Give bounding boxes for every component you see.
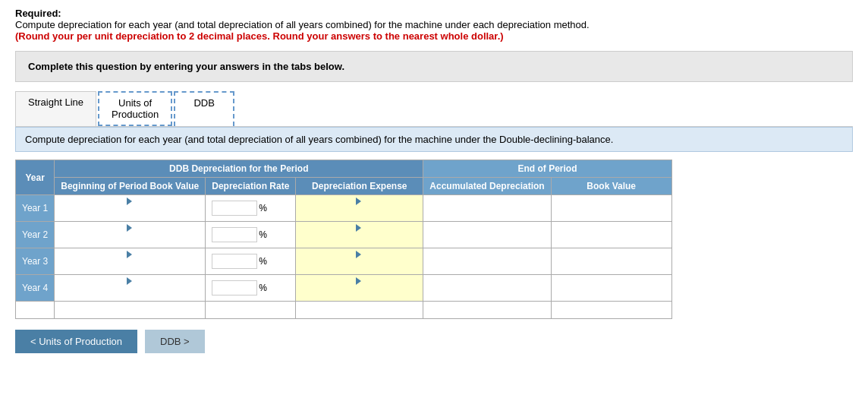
beginning-book-total <box>55 302 206 319</box>
dep-expense-input-total[interactable] <box>296 302 423 318</box>
col-header-beginning: Beginning of Period Book Value <box>55 178 206 195</box>
dep-expense-total[interactable] <box>296 302 423 319</box>
instruction-text: Complete this question by entering your … <box>28 61 344 72</box>
dep-rate-3[interactable]: % <box>206 248 296 275</box>
year-label-1: Year 1 <box>16 195 55 222</box>
beginning-book-input-1[interactable] <box>55 206 205 221</box>
tri-icon-exp-3 <box>356 251 361 258</box>
book-value-input-4[interactable] <box>552 280 671 295</box>
tab-units-of-production[interactable]: Units ofProduction <box>98 91 172 126</box>
dep-expense-1[interactable] <box>296 195 423 222</box>
dep-expense-input-4[interactable] <box>296 286 423 301</box>
book-value-input-2[interactable] <box>552 227 671 242</box>
dep-rate-input-4[interactable] <box>212 280 257 295</box>
beginning-book-input-2[interactable] <box>55 232 205 248</box>
prev-button[interactable]: < Units of Production <box>15 330 137 353</box>
dep-rate-2[interactable]: % <box>206 222 296 248</box>
tab-straight-line[interactable]: Straight Line <box>15 91 96 126</box>
tri-icon-3 <box>127 251 132 258</box>
accum-dep-2[interactable] <box>423 222 551 248</box>
description-text: Compute depreciation for each year (and … <box>25 134 613 145</box>
dep-rate-1[interactable]: % <box>206 195 296 222</box>
percent-sign-2: % <box>259 229 267 240</box>
col-header-period: DDB Depreciation for the Period <box>55 160 423 178</box>
book-value-total <box>551 302 671 319</box>
year-label-total: Total <box>16 302 55 319</box>
tab-ddb-label: DDB <box>193 97 214 109</box>
accum-dep-3[interactable] <box>423 248 551 275</box>
book-value-3[interactable] <box>551 248 671 275</box>
next-button-label: DDB > <box>160 336 190 347</box>
dep-rate-input-1[interactable] <box>212 201 257 216</box>
ddb-table: Year DDB Depreciation for the Period End… <box>15 160 672 319</box>
percent-sign-4: % <box>259 283 267 293</box>
dep-expense-3[interactable] <box>296 248 423 275</box>
nav-buttons: < Units of Production DDB > <box>15 330 853 353</box>
tri-icon-exp-4 <box>356 277 361 285</box>
beginning-book-4[interactable] <box>55 275 206 302</box>
book-value-input-1[interactable] <box>552 201 671 216</box>
dep-expense-input-2[interactable] <box>296 232 423 248</box>
accum-dep-input-4[interactable] <box>423 280 550 295</box>
accum-dep-input-3[interactable] <box>423 254 550 269</box>
year-label-3: Year 3 <box>16 248 55 275</box>
dep-expense-2[interactable] <box>296 222 423 248</box>
beginning-book-2[interactable] <box>55 222 206 248</box>
col-header-year: Year <box>16 160 55 195</box>
required-section: Required: Compute depreciation for each … <box>15 8 853 42</box>
beginning-book-input-3[interactable] <box>55 259 205 274</box>
year-label-4: Year 4 <box>16 275 55 302</box>
col-header-end: End of Period <box>423 160 671 178</box>
tabs-container: Straight Line Units ofProduction DDB <box>15 91 853 127</box>
prev-button-label: < Units of Production <box>30 336 122 347</box>
year-label-2: Year 2 <box>16 222 55 248</box>
beginning-book-input-4[interactable] <box>55 286 205 301</box>
dep-expense-input-1[interactable] <box>296 206 423 221</box>
table-row: Year 2 % <box>16 222 672 248</box>
table-row: Year 4 % <box>16 275 672 302</box>
table-row: Year 3 % <box>16 248 672 275</box>
col-header-accum-dep: Accumulated Depreciation <box>423 178 551 195</box>
next-button[interactable]: DDB > <box>145 330 205 353</box>
percent-sign-1: % <box>259 203 267 213</box>
description-box: Compute depreciation for each year (and … <box>15 127 853 152</box>
table-row-total: Total <box>16 302 672 319</box>
dep-expense-input-3[interactable] <box>296 259 423 274</box>
tab-ddb[interactable]: DDB <box>174 91 234 126</box>
required-note: (Round your per unit depreciation to 2 d… <box>15 30 853 42</box>
dep-rate-4[interactable]: % <box>206 275 296 302</box>
dep-rate-input-3[interactable] <box>212 254 257 269</box>
dep-rate-total <box>206 302 296 319</box>
beginning-book-1[interactable] <box>55 195 206 222</box>
col-header-dep-expense: Depreciation Expense <box>296 178 423 195</box>
accum-dep-4[interactable] <box>423 275 551 302</box>
col-header-book-value: Book Value <box>551 178 671 195</box>
tri-icon-exp-1 <box>356 198 361 205</box>
book-value-1[interactable] <box>551 195 671 222</box>
instruction-box: Complete this question by entering your … <box>15 51 853 82</box>
tri-icon-1 <box>127 198 132 205</box>
percent-sign-3: % <box>259 256 267 267</box>
beginning-book-3[interactable] <box>55 248 206 275</box>
accum-dep-input-2[interactable] <box>423 227 550 242</box>
required-title: Required: <box>15 8 853 19</box>
book-value-2[interactable] <box>551 222 671 248</box>
tab-units-label: Units ofProduction <box>112 97 159 120</box>
col-header-dep-rate: Depreciation Rate <box>206 178 296 195</box>
book-value-input-3[interactable] <box>552 254 671 269</box>
tri-icon-2 <box>127 224 132 232</box>
book-value-4[interactable] <box>551 275 671 302</box>
dep-rate-input-2[interactable] <box>212 227 257 242</box>
table-row: Year 1 % <box>16 195 672 222</box>
table-wrapper: Year DDB Depreciation for the Period End… <box>15 160 853 319</box>
accum-dep-input-1[interactable] <box>423 201 550 216</box>
accum-dep-total <box>423 302 551 319</box>
accum-dep-1[interactable] <box>423 195 551 222</box>
dep-expense-4[interactable] <box>296 275 423 302</box>
tri-icon-exp-2 <box>356 224 361 232</box>
tab-straight-line-label: Straight Line <box>28 96 83 108</box>
tri-icon-4 <box>127 277 132 285</box>
required-body: Compute depreciation for each year (and … <box>15 19 853 30</box>
